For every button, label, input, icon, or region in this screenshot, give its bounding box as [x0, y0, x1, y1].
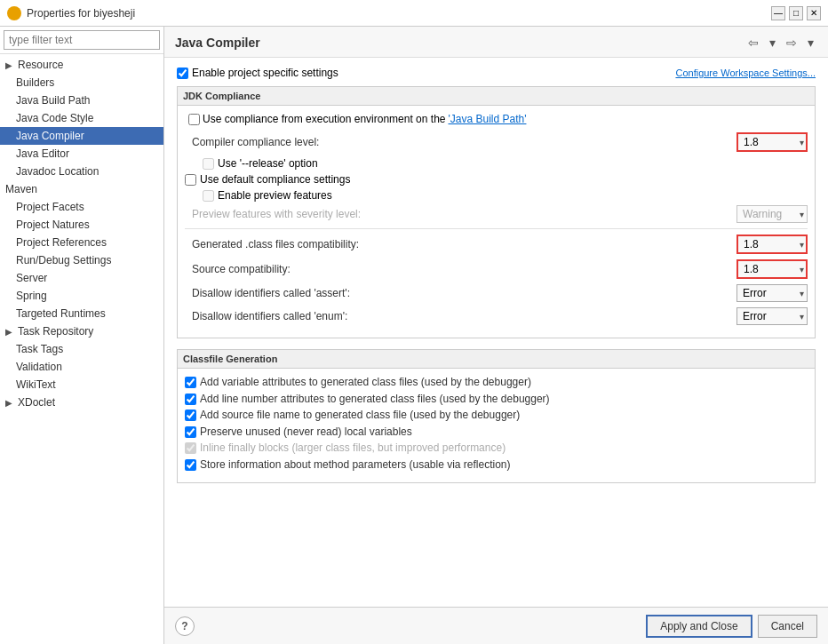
back-button[interactable]: ⇦	[744, 34, 762, 52]
sidebar-item-targeted-runtimes[interactable]: Targeted Runtimes	[0, 305, 163, 322]
sidebar-item-label-run-debug-settings: Run/Debug Settings	[16, 254, 111, 266]
disallow-assert-select[interactable]: Error Warning Ignore	[736, 284, 808, 302]
disallow-assert-row: Disallow identifiers called 'assert': Er…	[185, 284, 808, 302]
use-compliance-checkbox[interactable]	[188, 114, 200, 125]
jdk-compliance-title: JDK Compliance	[178, 87, 815, 106]
disallow-enum-row: Disallow identifiers called 'enum': Erro…	[185, 307, 808, 325]
minimize-button[interactable]: —	[771, 6, 785, 20]
sidebar-item-server[interactable]: Server	[0, 269, 163, 287]
disallow-enum-dropdown-wrapper: Error Warning Ignore	[736, 307, 808, 325]
checkbox-item-add-variable: Add variable attributes to generated cla…	[185, 376, 808, 390]
use-default-compliance-checkbox[interactable]	[185, 174, 196, 186]
checkbox-preserve-unused[interactable]	[185, 426, 196, 438]
checkbox-item-store-method-params: Store information about method parameter…	[185, 458, 808, 473]
sidebar-item-task-repository[interactable]: ▶Task Repository	[0, 322, 163, 340]
checkbox-item-add-line-number: Add line number attributes to generated …	[185, 393, 808, 407]
use-default-compliance-label: Use default compliance settings	[200, 173, 350, 186]
sidebar-item-label-javadoc-location: Javadoc Location	[16, 165, 99, 178]
sidebar-item-label-project-facets: Project Facets	[16, 201, 84, 213]
sidebar-item-label-builders: Builders	[16, 76, 54, 89]
sidebar-item-label-java-editor: Java Editor	[16, 147, 69, 160]
sidebar-item-task-tags[interactable]: Task Tags	[0, 340, 163, 358]
sidebar-item-builders[interactable]: Builders	[0, 74, 163, 91]
sidebar-item-label-java-compiler: Java Compiler	[16, 130, 84, 142]
nav-dropdown-button[interactable]: ▾	[804, 34, 817, 52]
source-compat-label: Source compatibility:	[192, 263, 291, 275]
apply-close-button[interactable]: Apply and Close	[646, 615, 752, 638]
compiler-compliance-label: Compiler compliance level:	[192, 136, 319, 148]
header-actions: ⇦ ▾ ⇨ ▾	[744, 34, 817, 52]
cancel-button[interactable]: Cancel	[758, 615, 817, 638]
jdk-compliance-section: JDK Compliance Use compliance from execu…	[177, 86, 816, 338]
generated-class-row: Generated .class files compatibility: 1.…	[185, 235, 808, 254]
bottom-bar: ? Apply and Close Cancel	[164, 607, 828, 644]
checkbox-add-source-file[interactable]	[185, 409, 196, 421]
sidebar: ▶ResourceBuildersJava Build PathJava Cod…	[0, 27, 164, 644]
sidebar-item-label-java-build-path: Java Build Path	[16, 94, 90, 107]
sidebar-item-java-compiler[interactable]: Java Compiler	[0, 127, 163, 145]
sidebar-item-run-debug-settings[interactable]: Run/Debug Settings	[0, 251, 163, 269]
generated-class-select[interactable]: 1.8 1.7 1.6 1.5	[736, 235, 808, 254]
help-button[interactable]: ?	[175, 616, 195, 636]
window-title: Properties for biyesheji	[27, 7, 135, 20]
maximize-button[interactable]: □	[789, 6, 803, 20]
use-compliance-label: Use compliance from execution environmen…	[203, 113, 445, 125]
sidebar-item-xdoclet[interactable]: ▶XDoclet	[0, 394, 163, 411]
sidebar-filter-area	[0, 27, 163, 54]
title-bar: Properties for biyesheji — □ ✕	[0, 0, 828, 27]
checkbox-label-add-line-number: Add line number attributes to generated …	[200, 393, 550, 407]
disallow-enum-select[interactable]: Error Warning Ignore	[736, 307, 808, 325]
checkbox-item-add-source-file: Add source file name to generated class …	[185, 409, 808, 423]
content-body: Enable project specific settings Configu…	[164, 58, 828, 607]
forward-button[interactable]: ⇨	[783, 34, 800, 52]
jdk-compliance-content: Use compliance from execution environmen…	[178, 106, 815, 338]
sidebar-item-java-code-style[interactable]: Java Code Style	[0, 109, 163, 127]
use-release-row: Use '--release' option	[185, 157, 808, 170]
sidebar-list: ▶ResourceBuildersJava Build PathJava Cod…	[0, 54, 163, 644]
preview-severity-row: Preview features with severity level: Wa…	[185, 205, 808, 223]
checkbox-store-method-params[interactable]	[185, 459, 196, 471]
configure-workspace-link[interactable]: Configure Workspace Settings...	[675, 68, 816, 78]
compiler-compliance-dropdown-wrapper: 1.8 1.7 1.6 1.5	[736, 132, 808, 152]
checkbox-label-inline-finally: Inline finally blocks (larger class file…	[200, 441, 506, 456]
enable-specific-checkbox[interactable]	[177, 68, 188, 79]
filter-input[interactable]	[4, 30, 160, 50]
preview-severity-select[interactable]: Warning Error Ignore	[736, 205, 808, 223]
checkbox-inline-finally[interactable]	[185, 442, 196, 454]
sidebar-item-project-facets[interactable]: Project Facets	[0, 198, 163, 216]
forward-dropdown-button[interactable]: ▾	[766, 34, 779, 52]
close-button[interactable]: ✕	[807, 6, 821, 20]
main-container: ▶ResourceBuildersJava Build PathJava Cod…	[0, 27, 828, 644]
action-buttons: Apply and Close Cancel	[646, 615, 817, 638]
sidebar-item-label-xdoclet: XDoclet	[18, 396, 55, 409]
generated-class-label: Generated .class files compatibility:	[192, 238, 359, 250]
sidebar-item-maven[interactable]: Maven	[0, 180, 163, 198]
java-build-path-link[interactable]: 'Java Build Path'	[448, 113, 526, 125]
sidebar-item-project-natures[interactable]: Project Natures	[0, 216, 163, 234]
compiler-compliance-row: Compiler compliance level: 1.8 1.7 1.6 1…	[185, 132, 808, 152]
use-release-checkbox[interactable]	[203, 158, 214, 170]
enable-preview-checkbox[interactable]	[203, 190, 214, 202]
source-compat-select[interactable]: 1.8 1.7 1.6 1.5	[736, 259, 808, 279]
sidebar-item-resource[interactable]: ▶Resource	[0, 56, 163, 74]
sidebar-item-label-project-references: Project References	[16, 236, 107, 249]
expand-arrow-xdoclet: ▶	[5, 398, 12, 408]
sidebar-item-java-build-path[interactable]: Java Build Path	[0, 91, 163, 109]
sidebar-item-wikitext[interactable]: WikiText	[0, 376, 163, 394]
sidebar-item-label-task-tags: Task Tags	[16, 343, 63, 355]
sidebar-item-validation[interactable]: Validation	[0, 358, 163, 376]
classfile-generation-section: Classfile Generation Add variable attrib…	[177, 349, 816, 483]
preview-severity-dropdown-wrapper: Warning Error Ignore	[736, 205, 808, 223]
checkbox-add-line-number[interactable]	[185, 394, 196, 405]
sidebar-item-javadoc-location[interactable]: Javadoc Location	[0, 163, 163, 180]
sidebar-item-label-validation: Validation	[16, 361, 62, 373]
checkbox-item-preserve-unused: Preserve unused (never read) local varia…	[185, 425, 808, 440]
compiler-compliance-select[interactable]: 1.8 1.7 1.6 1.5	[736, 132, 808, 152]
checkbox-label-add-source-file: Add source file name to generated class …	[200, 409, 520, 423]
sidebar-item-project-references[interactable]: Project References	[0, 234, 163, 251]
checkbox-add-variable[interactable]	[185, 377, 196, 388]
sidebar-item-java-editor[interactable]: Java Editor	[0, 145, 163, 163]
enable-preview-row: Enable preview features	[185, 189, 808, 202]
enable-preview-label: Enable preview features	[218, 189, 332, 202]
sidebar-item-spring[interactable]: Spring	[0, 287, 163, 305]
